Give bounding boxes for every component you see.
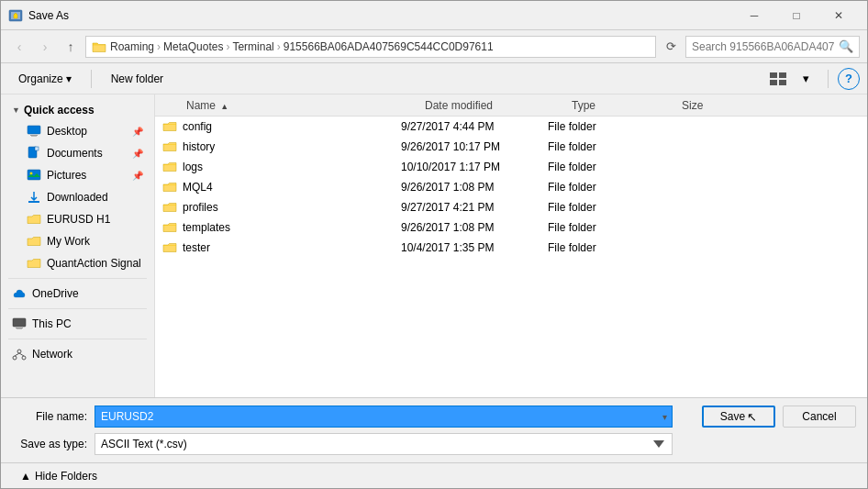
filename-label: File name:: [12, 410, 95, 423]
bottom-bar: ▲ Hide Folders: [1, 462, 867, 488]
table-row[interactable]: MQL4 9/26/2017 1:08 PM File folder: [155, 177, 867, 197]
maximize-button[interactable]: □: [775, 1, 818, 30]
search-icon: 🔍: [839, 39, 853, 53]
onedrive-icon: [12, 286, 27, 301]
svg-rect-7: [28, 126, 40, 134]
organize-button[interactable]: Organize ▾: [8, 68, 82, 90]
folder-row-icon: [162, 139, 177, 154]
pin-icon-3: 📌: [132, 171, 143, 181]
sidebar-pictures-label: Pictures: [47, 169, 86, 182]
hide-folders-button[interactable]: ▲ Hide Folders: [12, 467, 106, 485]
svg-line-22: [15, 353, 19, 356]
file-date-cell: 9/27/2017 4:44 PM: [401, 120, 548, 133]
quick-access-label: Quick access: [24, 104, 95, 117]
svg-rect-15: [28, 201, 39, 203]
up-button[interactable]: ↑: [60, 36, 82, 58]
sidebar-item-mywork[interactable]: My Work: [1, 230, 154, 252]
path-sep-3: ›: [277, 40, 281, 53]
footer: File name: ▾ Save ↖ Cancel Save as type:…: [1, 397, 867, 462]
table-row[interactable]: profiles 9/27/2017 4:21 PM File folder: [155, 197, 867, 217]
titlebar: Save As ─ □ ✕: [1, 1, 867, 30]
sidebar-item-network[interactable]: Network: [1, 343, 154, 365]
file-name-cell: logs: [183, 161, 401, 173]
toolbar-separator-2: [828, 70, 829, 88]
save-button[interactable]: Save ↖: [702, 406, 775, 428]
path-terminal: Terminal: [232, 40, 273, 53]
file-type-cell: File folder: [548, 140, 658, 153]
sidebar: ▼ Quick access Desktop 📌: [1, 94, 155, 397]
sidebar-eurusd-label: EURUSD H1: [47, 213, 110, 226]
file-name-cell: MQL4: [183, 181, 401, 194]
svg-rect-11: [35, 147, 39, 150]
col-header-size[interactable]: Size: [678, 99, 751, 112]
filename-input-wrap: ▾: [95, 406, 673, 428]
main-content: ▼ Quick access Desktop 📌: [1, 94, 867, 397]
table-row[interactable]: logs 10/10/2017 1:17 PM File folder: [155, 157, 867, 177]
svg-rect-4: [779, 72, 786, 78]
filename-dropdown-icon: ▾: [662, 412, 667, 422]
file-type-cell: File folder: [548, 120, 658, 133]
sidebar-item-pictures[interactable]: Pictures 📌: [1, 164, 154, 186]
file-name-cell: templates: [183, 221, 401, 234]
toolbar-separator: [91, 70, 92, 88]
toolbar: Organize ▾ New folder ▾ ?: [1, 63, 867, 94]
filename-row: File name: ▾ Save ↖ Cancel: [12, 406, 856, 428]
titlebar-icon: [8, 8, 23, 23]
path-roaming: Roaming: [110, 40, 154, 53]
sidebar-thispc-label: This PC: [32, 317, 72, 330]
downloaded-icon: [27, 190, 41, 205]
view-arrow-button[interactable]: ▾: [793, 68, 818, 90]
col-type-label: Type: [572, 99, 595, 112]
footer-buttons-right: Save ↖ Cancel: [673, 406, 856, 428]
sidebar-item-documents[interactable]: Documents 📌: [1, 142, 154, 164]
svg-point-21: [22, 356, 26, 360]
sidebar-item-downloaded[interactable]: Downloaded: [1, 186, 154, 208]
save-cursor-icon: ↖: [747, 410, 757, 424]
path-sep-1: ›: [157, 40, 161, 53]
help-button[interactable]: ?: [838, 68, 860, 90]
search-box[interactable]: 🔍: [685, 36, 860, 58]
sidebar-onedrive-label: OneDrive: [32, 287, 79, 300]
sidebar-item-eurusd[interactable]: EURUSD H1: [1, 208, 154, 230]
minimize-button[interactable]: ─: [733, 1, 775, 30]
table-row[interactable]: history 9/26/2017 10:17 PM File folder: [155, 137, 867, 157]
address-path[interactable]: Roaming › MetaQuotes › Terminal › 915566…: [85, 36, 656, 58]
thispc-icon: [12, 317, 27, 331]
table-row[interactable]: templates 9/26/2017 1:08 PM File folder: [155, 217, 867, 238]
svg-rect-17: [16, 328, 23, 328]
addressbar: ‹ › ↑ Roaming › MetaQuotes › Terminal › …: [1, 30, 867, 63]
desktop-icon: [27, 124, 41, 139]
table-row[interactable]: tester 10/4/2017 1:35 PM File folder: [155, 238, 867, 258]
col-header-type[interactable]: Type: [568, 99, 678, 112]
view-options-button[interactable]: [765, 68, 791, 90]
close-button[interactable]: ✕: [818, 1, 860, 30]
sidebar-item-desktop[interactable]: Desktop 📌: [1, 120, 154, 142]
view-dropdown-icon: ▾: [803, 72, 809, 85]
file-date-cell: 10/4/2017 1:35 PM: [401, 241, 548, 254]
svg-rect-18: [17, 328, 22, 329]
sidebar-item-onedrive[interactable]: OneDrive: [1, 283, 154, 305]
file-list[interactable]: config 9/27/2017 4:44 PM File folder his…: [155, 117, 867, 397]
refresh-button[interactable]: ⟳: [660, 36, 682, 58]
sidebar-item-quantaction[interactable]: QuantAction Signal: [1, 252, 154, 274]
sidebar-item-thispc[interactable]: This PC: [1, 313, 154, 335]
path-metaquotes: MetaQuotes: [163, 40, 223, 53]
path-sep-2: ›: [226, 40, 229, 53]
filename-input[interactable]: [95, 406, 673, 428]
back-button[interactable]: ‹: [8, 36, 30, 58]
sidebar-desktop-label: Desktop: [47, 125, 87, 138]
new-folder-button[interactable]: New folder: [101, 68, 173, 90]
col-header-name[interactable]: Name ▲: [183, 99, 421, 112]
file-list-header: Name ▲ Date modified Type Size: [155, 94, 867, 117]
table-row[interactable]: config 9/27/2017 4:44 PM File folder: [155, 117, 867, 137]
savetype-select[interactable]: ASCII Text (*.csv): [95, 433, 673, 455]
cancel-button[interactable]: Cancel: [783, 406, 856, 428]
folder-row-icon: [162, 119, 177, 134]
sidebar-downloaded-label: Downloaded: [47, 191, 108, 204]
col-header-date[interactable]: Date modified: [421, 99, 568, 112]
search-input[interactable]: [692, 40, 835, 53]
forward-button[interactable]: ›: [34, 36, 56, 58]
file-name-cell: profiles: [183, 201, 401, 214]
quick-access-header[interactable]: ▼ Quick access: [1, 98, 154, 120]
svg-rect-6: [779, 80, 786, 85]
